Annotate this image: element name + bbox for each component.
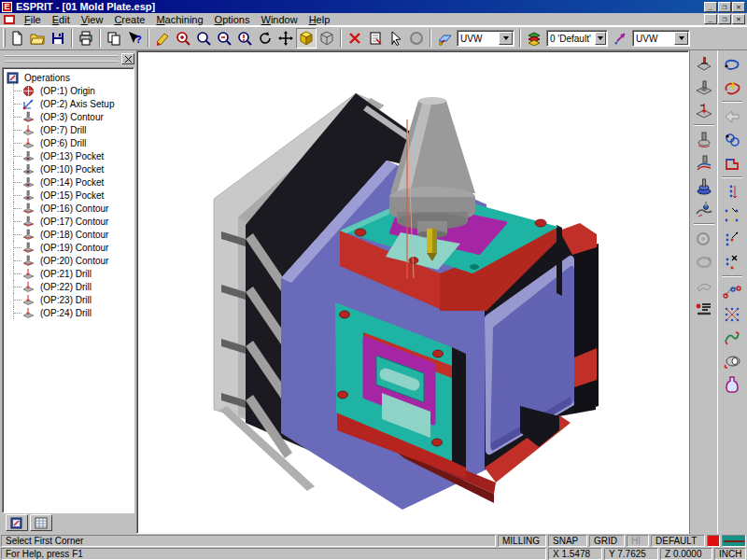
grid-toggle[interactable]: GRID — [589, 535, 625, 547]
panel-grip[interactable] — [5, 55, 119, 63]
restore-button[interactable]: ❐ — [718, 2, 731, 12]
operation-item[interactable]: (OP:2) Axis Setup — [7, 97, 134, 110]
open-folder-button[interactable] — [27, 28, 48, 49]
point-grid-button[interactable] — [720, 302, 744, 326]
milling-mode-toggle[interactable]: MILLING — [498, 535, 546, 547]
spline-button[interactable] — [720, 326, 744, 349]
mdi-close-button[interactable]: ✕ — [732, 14, 745, 24]
menu-item[interactable]: Options — [209, 13, 256, 26]
boring-button[interactable] — [692, 175, 716, 198]
contour-milling-button[interactable] — [692, 128, 716, 151]
operation-item[interactable]: (OP:15) Pocket — [7, 189, 134, 202]
panel-title-strip[interactable] — [2, 52, 134, 65]
menu-item[interactable]: Create — [108, 13, 150, 26]
surface-milling-button[interactable] — [692, 198, 716, 221]
work-plane-dropdown[interactable] — [499, 32, 513, 45]
pocket-milling-button[interactable] — [692, 76, 716, 99]
operation-item[interactable]: (OP:1) Origin — [7, 84, 134, 97]
stock-setup-button[interactable] — [692, 297, 716, 320]
panel-close-button[interactable] — [121, 53, 134, 64]
operation-item[interactable]: (OP:10) Pocket — [7, 162, 134, 175]
face-milling-button[interactable] — [692, 52, 716, 76]
back-arrow-button[interactable] — [720, 105, 744, 128]
operation-item[interactable]: (OP:7) Drill — [7, 123, 134, 136]
color-indicator[interactable] — [707, 535, 720, 547]
operation-item[interactable]: (OP:22) Drill — [7, 280, 134, 293]
stop-disabled-button[interactable] — [406, 28, 427, 49]
context-help-button[interactable]: ? — [124, 28, 145, 49]
points-arrow-button[interactable] — [720, 227, 744, 250]
menu-item[interactable]: Help — [303, 13, 336, 26]
new-document-button[interactable] — [7, 28, 27, 49]
snap-toggle[interactable]: SNAP — [548, 535, 587, 547]
point-curve-button[interactable] — [720, 279, 744, 302]
view-combo[interactable]: UVW — [632, 30, 690, 47]
points-delete-button[interactable] — [720, 250, 744, 273]
turning-rough-button[interactable] — [692, 227, 716, 250]
operation-item[interactable]: (OP:6) Drill — [7, 136, 134, 149]
print-button[interactable] — [76, 28, 96, 49]
operations-tab[interactable] — [6, 514, 28, 531]
zoom-in-button[interactable] — [173, 28, 193, 49]
zoom-previous-button[interactable] — [193, 28, 214, 49]
highlight-toggle[interactable]: HI — [627, 535, 649, 547]
delete-button[interactable] — [345, 28, 365, 49]
wireframe-view-button[interactable] — [317, 28, 337, 49]
operation-item[interactable]: (OP:20) Contour — [7, 254, 134, 267]
save-button[interactable] — [48, 28, 68, 49]
pan-view-button[interactable] — [275, 28, 296, 49]
minimize-button[interactable]: _ — [704, 2, 717, 12]
turning-groove-button[interactable] — [692, 250, 716, 273]
zoom-window-button[interactable] — [234, 28, 255, 49]
copy-button[interactable] — [104, 28, 124, 49]
operation-item[interactable]: (OP:18) Contour — [7, 228, 134, 241]
bottle-profile-button[interactable] — [720, 372, 744, 396]
menu-item[interactable]: File — [19, 13, 47, 26]
mask-button[interactable] — [365, 28, 386, 49]
default-config[interactable]: DEFAULT — [651, 535, 705, 547]
work-plane-icon[interactable] — [434, 28, 455, 49]
view-dropdown[interactable] — [674, 32, 688, 45]
points-vertical-button[interactable] — [720, 180, 744, 203]
operation-item[interactable]: (OP:16) Contour — [7, 202, 134, 215]
layer-combo[interactable]: 0 'Default' — [546, 30, 608, 47]
toolbar-grip[interactable] — [3, 29, 6, 48]
work-plane-combo[interactable]: UVW — [457, 30, 514, 47]
chain-button[interactable] — [720, 52, 744, 76]
layers-icon[interactable] — [524, 28, 544, 49]
shaded-view-button[interactable] — [296, 28, 317, 49]
operation-item[interactable]: (OP:14) Pocket — [7, 175, 134, 189]
layer-dropdown[interactable] — [595, 32, 606, 45]
rotate-view-button[interactable] — [255, 28, 275, 49]
zoom-out-button[interactable] — [214, 28, 234, 49]
chain-break-button[interactable] — [720, 76, 744, 99]
operation-item[interactable]: (OP:13) Pocket — [7, 149, 134, 162]
operations-root[interactable]: Operations — [7, 71, 134, 84]
operation-item[interactable]: (OP:17) Contour — [7, 215, 134, 228]
wrap-button[interactable] — [692, 273, 716, 297]
operation-item[interactable]: (OP:24) Drill — [7, 306, 134, 319]
operation-item[interactable]: (OP:3) Contour — [7, 110, 134, 123]
menu-item[interactable]: Edit — [47, 13, 76, 26]
circle-chain-button[interactable] — [720, 128, 744, 151]
view-direction-icon[interactable] — [610, 28, 630, 49]
operation-item[interactable]: (OP:23) Drill — [7, 293, 134, 306]
linetype-indicator[interactable] — [722, 535, 746, 547]
operation-item[interactable]: (OP:21) Drill — [7, 267, 134, 280]
mdi-restore-button[interactable]: ❐ — [718, 14, 731, 24]
viewport-3d[interactable] — [136, 50, 689, 534]
select-cursor-button[interactable] — [386, 28, 406, 49]
menu-item[interactable]: View — [76, 13, 109, 26]
menu-item[interactable]: Window — [255, 13, 303, 26]
points-frame-button[interactable] — [720, 203, 744, 227]
technology-tab[interactable] — [30, 514, 52, 531]
curve-milling-button[interactable] — [692, 151, 716, 175]
mdi-minimize-button[interactable]: _ — [704, 14, 717, 24]
torus-button[interactable] — [720, 349, 744, 372]
profile-button[interactable] — [720, 151, 744, 175]
menu-item[interactable]: Machining — [150, 13, 208, 26]
operations-tree[interactable]: Operations (OP:1) Origin (OP:2) Axis Set… — [2, 67, 134, 513]
close-button[interactable]: ✕ — [732, 2, 745, 12]
drilling-button[interactable] — [692, 99, 716, 122]
operation-item[interactable]: (OP:19) Contour — [7, 241, 134, 254]
